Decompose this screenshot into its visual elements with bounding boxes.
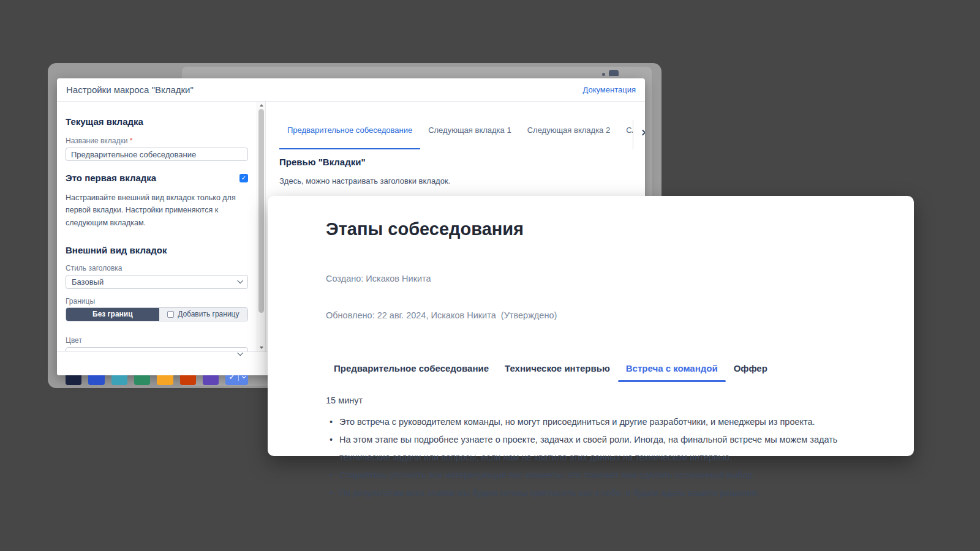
desktop-background: На этом этапе вы под Настройки макроса "… bbox=[0, 0, 980, 551]
dialog-title: Настройки макроса "Вкладки" bbox=[66, 84, 194, 95]
form-scrollbar[interactable] bbox=[257, 102, 266, 351]
bullet-list: Это встреча с руководителем команды, но … bbox=[326, 413, 865, 502]
required-asterisk: * bbox=[130, 137, 133, 145]
current-tab-section-title: Текущая вкладка bbox=[66, 116, 248, 127]
tab-name-label: Название вкладки * bbox=[66, 137, 248, 145]
doc-tab-offer[interactable]: Оффер bbox=[726, 358, 775, 382]
borders-label: Границы bbox=[66, 297, 248, 305]
created-line: Создано: Искаков Никита bbox=[326, 272, 877, 285]
triangle-down-icon bbox=[260, 347, 263, 349]
header-style-value: Базовый bbox=[72, 277, 104, 287]
gear-icon bbox=[609, 70, 619, 76]
first-tab-help-text: Настраивайте внешний вид вкладок только … bbox=[66, 192, 249, 229]
more-tabs-button[interactable] bbox=[641, 126, 645, 138]
scroll-down-arrow[interactable] bbox=[257, 344, 265, 351]
appearance-section-title: Внешний вид вкладок bbox=[66, 245, 248, 255]
list-item: Это встреча с руководителем команды, но … bbox=[326, 413, 865, 431]
preview-tab-3[interactable]: Следующая вкладка 2 bbox=[519, 120, 619, 149]
chevron-down-icon bbox=[237, 277, 243, 283]
page-title: Этапы собеседования bbox=[326, 219, 877, 239]
doc-tab-team-meeting[interactable]: Встреча с командой bbox=[618, 358, 726, 382]
preview-tab-2[interactable]: Следующая вкладка 1 bbox=[420, 120, 519, 149]
color-label: Цвет bbox=[66, 336, 248, 345]
list-item: На этом этапе вы подробнее узнаете о про… bbox=[326, 431, 865, 467]
borders-toggle: Без границ Добавить границу bbox=[66, 307, 248, 321]
header-style-select[interactable]: Базовый bbox=[66, 275, 248, 289]
checkmark-icon: ✓ bbox=[241, 174, 246, 181]
preview-tab-1[interactable]: Предварительное собеседование bbox=[279, 120, 420, 149]
page-meta: Создано: Искаков Никита Обновлено: 22 ав… bbox=[326, 248, 877, 346]
chevron-right-icon bbox=[640, 129, 645, 135]
settings-form: Текущая вкладка Название вкладки * Это п… bbox=[57, 102, 257, 351]
triangle-up-icon bbox=[260, 104, 263, 107]
header-style-label: Стиль заголовка bbox=[66, 264, 248, 272]
doc-tab-preliminary[interactable]: Предварительное собеседование bbox=[326, 358, 497, 382]
add-border-option[interactable]: Добавить границу bbox=[159, 308, 247, 321]
list-item: По результатам всех этапов мы будем гото… bbox=[326, 484, 865, 502]
tab-name-input[interactable] bbox=[66, 148, 248, 161]
preview-paragraph-1: Здесь, можно настраивать заголовки вклад… bbox=[279, 176, 645, 186]
documentation-link[interactable]: Документация bbox=[583, 85, 636, 94]
scroll-up-arrow[interactable] bbox=[257, 102, 265, 109]
updated-line: Обновлено: 22 авг. 2024, Искаков Никита … bbox=[326, 309, 877, 321]
dialog-header: Настройки макроса "Вкладки" Документация bbox=[57, 78, 645, 102]
scrollbar-thumb[interactable] bbox=[258, 109, 264, 313]
document-preview-card: Этапы собеседования Создано: Искаков Ник… bbox=[268, 196, 914, 456]
doc-tab-technical[interactable]: Техническое интервью bbox=[497, 358, 618, 382]
small-icon-dot bbox=[602, 73, 605, 76]
preview-heading: Превью "Вкладки" bbox=[279, 157, 645, 167]
document-tab-bar: Предварительное собеседование Техническо… bbox=[326, 358, 877, 382]
list-item: Старайтесь уточнять все интересующие вас… bbox=[326, 467, 865, 484]
no-borders-option[interactable]: Без границ bbox=[66, 308, 159, 321]
first-tab-checkbox[interactable]: ✓ bbox=[239, 174, 248, 182]
preview-tab-4[interactable]: Следующ bbox=[618, 120, 633, 149]
preview-tab-bar: Предварительное собеседование Следующая … bbox=[279, 120, 645, 149]
add-border-checkbox[interactable] bbox=[167, 311, 174, 318]
duration-text: 15 минут bbox=[326, 395, 877, 405]
first-tab-label: Это первая вкладка bbox=[66, 173, 156, 183]
